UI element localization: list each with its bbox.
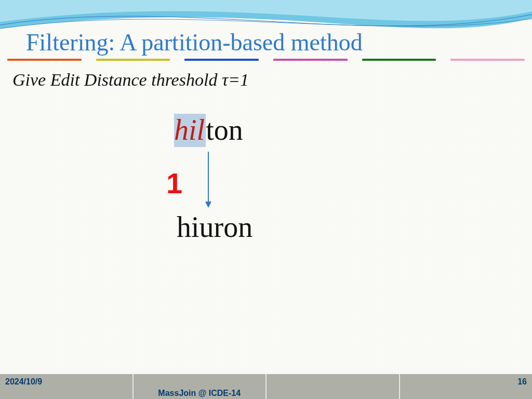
footer-bar: 2024/10/9 MassJoin @ ICDE-14 16 [0,374,532,399]
slide-title: Filtering: A partition-based method [26,29,363,56]
rule-segment [184,59,259,61]
rule-segment [362,59,436,61]
rule-segment [96,59,170,61]
rule-segment [273,59,348,61]
rule-segment [450,59,525,61]
word-top-highlight: hil [174,114,206,147]
subtitle: Give Edit Distance threshold τ=1 [12,70,249,90]
slide: Filtering: A partition-based method Give… [0,0,532,399]
word-top-suffix: ton [206,114,243,146]
word-bottom: hiuron [177,210,252,244]
rule-segment [7,59,82,61]
word-top: hilton [174,113,243,147]
footer-venue: MassJoin @ ICDE-14 [134,374,267,399]
footer-date: 2024/10/9 [0,374,134,399]
footer-spacer [267,374,400,399]
down-arrow-icon [208,152,209,208]
footer-page-number: 16 [400,374,533,399]
title-underline [7,59,525,62]
arrow-label: 1 [166,166,182,200]
